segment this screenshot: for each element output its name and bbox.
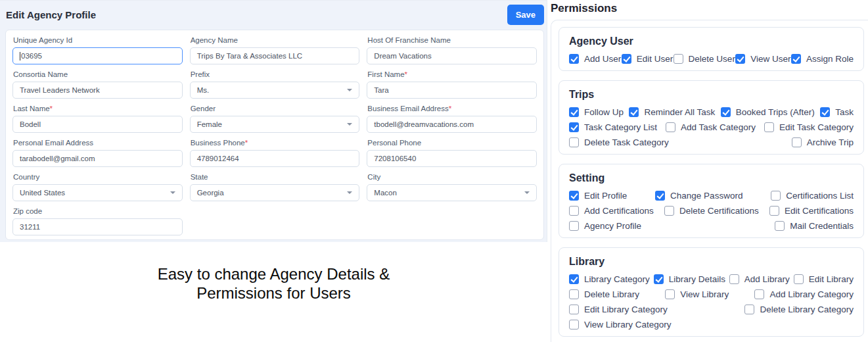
save-button[interactable]: Save [507,5,544,25]
checkbox[interactable] [729,274,739,284]
checkbox-library-category[interactable]: Library Category [569,274,650,284]
city-select[interactable]: Macon [367,184,537,201]
checkbox-mail-credentials[interactable]: Mail Credentials [775,221,854,231]
checkbox-label[interactable]: View Library Category [584,320,672,330]
checkbox[interactable] [721,107,731,117]
zip-code-input[interactable]: 31211 [12,218,183,235]
checkbox-label[interactable]: Add Certifications [584,206,654,216]
checkbox-delete-task-category[interactable]: Delete Task Category [569,137,669,147]
checkbox-delete-certifications[interactable]: Delete Certifications [664,206,759,216]
agency-name-input[interactable]: Trips By Tara & Associates LLC [190,47,360,64]
checkbox-label[interactable]: Delete User [689,54,735,64]
checkbox[interactable] [569,206,579,216]
checkbox-archive-trip[interactable]: Archive Trip [792,137,854,147]
checkbox-label[interactable]: Booked Trips (After) [736,107,815,117]
checkbox[interactable] [664,206,674,216]
checkbox-edit-library-category[interactable]: Edit Library Category [569,305,668,314]
checkbox-task-category-list[interactable]: Task Category List [569,122,657,132]
checkbox-reminder-all-task[interactable]: Reminder All Task [629,107,715,117]
checkbox-edit-profile[interactable]: Edit Profile [569,191,627,201]
checkbox-label[interactable]: Agency Profile [584,221,641,231]
checkbox-label[interactable]: Edit Profile [584,191,627,201]
checkbox[interactable] [771,191,781,201]
checkbox[interactable] [569,191,579,201]
checkbox-view-user[interactable]: View User [735,54,790,64]
checkbox[interactable] [792,137,802,147]
checkbox[interactable] [769,206,779,216]
checkbox-label[interactable]: Add User [584,54,621,64]
checkbox-label[interactable]: Change Password [670,191,742,201]
checkbox-label[interactable]: Follow Up [584,107,624,117]
checkbox-delete-user[interactable]: Delete User [674,54,735,64]
checkbox-label[interactable]: Edit User [637,54,674,64]
checkbox-view-library-category[interactable]: View Library Category [569,320,672,330]
checkbox-edit-certifications[interactable]: Edit Certifications [769,206,854,216]
checkbox[interactable] [665,289,675,299]
checkbox-label[interactable]: Add Library [744,274,790,284]
checkbox-label[interactable]: Edit Library Category [584,305,668,314]
checkbox-label[interactable]: Delete Certifications [679,206,759,216]
business-email-address-input[interactable]: tbodell@dreamvacations.com [367,116,537,133]
checkbox-assign-role[interactable]: Assign Role [791,54,854,64]
checkbox[interactable] [820,107,830,117]
checkbox-library-details[interactable]: Library Details [654,274,725,284]
checkbox-add-user[interactable]: Add User [569,54,621,64]
checkbox[interactable] [764,122,774,132]
checkbox-label[interactable]: Delete Library Category [760,305,854,314]
checkbox[interactable] [569,122,579,132]
checkbox[interactable] [666,122,675,132]
checkbox-label[interactable]: Reminder All Task [644,107,715,117]
checkbox[interactable] [775,221,785,231]
checkbox-label[interactable]: Library Details [669,274,725,284]
checkbox[interactable] [622,54,631,64]
gender-select[interactable]: Female [190,116,360,133]
checkbox[interactable] [794,274,804,284]
checkbox-delete-library[interactable]: Delete Library [569,289,639,299]
checkbox[interactable] [744,305,754,314]
checkbox[interactable] [569,320,579,330]
checkbox-view-library[interactable]: View Library [665,289,729,299]
checkbox-label[interactable]: Task [835,107,854,117]
checkbox-label[interactable]: View User [750,54,790,64]
checkbox-label[interactable]: Add Task Category [681,122,756,132]
personal-phone-input[interactable]: 7208106540 [367,150,537,167]
checkbox-edit-user[interactable]: Edit User [622,54,674,64]
checkbox[interactable] [569,289,579,299]
checkbox-certifications-list[interactable]: Certifications List [771,191,854,201]
checkbox[interactable] [654,274,664,284]
checkbox-delete-library-category[interactable]: Delete Library Category [744,305,854,314]
checkbox[interactable] [569,137,579,147]
checkbox-add-library-category[interactable]: Add Library Category [754,289,854,299]
checkbox-task[interactable]: Task [820,107,854,117]
prefix-select[interactable]: Ms. [190,82,360,99]
checkbox[interactable] [629,107,639,117]
checkbox-edit-task-category[interactable]: Edit Task Category [764,122,854,132]
state-select[interactable]: Georgia [190,184,360,201]
checkbox-label[interactable]: Assign Role [806,54,854,64]
checkbox-label[interactable]: Edit Task Category [779,122,854,132]
checkbox[interactable] [569,305,579,314]
checkbox-edit-library[interactable]: Edit Library [794,274,854,284]
checkbox-label[interactable]: Edit Library [809,274,854,284]
checkbox[interactable] [569,274,579,284]
checkbox-label[interactable]: Add Library Category [769,289,854,299]
checkbox[interactable] [674,54,683,64]
checkbox-change-password[interactable]: Change Password [655,191,742,201]
checkbox[interactable] [655,191,665,201]
checkbox-label[interactable]: View Library [680,289,729,299]
checkbox[interactable] [569,107,579,117]
unique-agency-id-input[interactable]: 03695 [12,47,183,64]
personal-email-address-input[interactable]: tarabodell@gmail.com [12,150,183,167]
last-name-input[interactable]: Bodell [12,116,183,133]
checkbox[interactable] [569,221,579,231]
checkbox-label[interactable]: Library Category [584,274,650,284]
checkbox-add-library[interactable]: Add Library [729,274,790,284]
checkbox-agency-profile[interactable]: Agency Profile [569,221,641,231]
checkbox-label[interactable]: Certifications List [786,191,854,201]
checkbox-label[interactable]: Archive Trip [807,137,854,147]
checkbox[interactable] [791,54,801,64]
first-name-input[interactable]: Tara [367,82,537,99]
checkbox[interactable] [735,54,745,64]
checkbox-follow-up[interactable]: Follow Up [569,107,624,117]
checkbox-booked-trips-after[interactable]: Booked Trips (After) [721,107,815,117]
